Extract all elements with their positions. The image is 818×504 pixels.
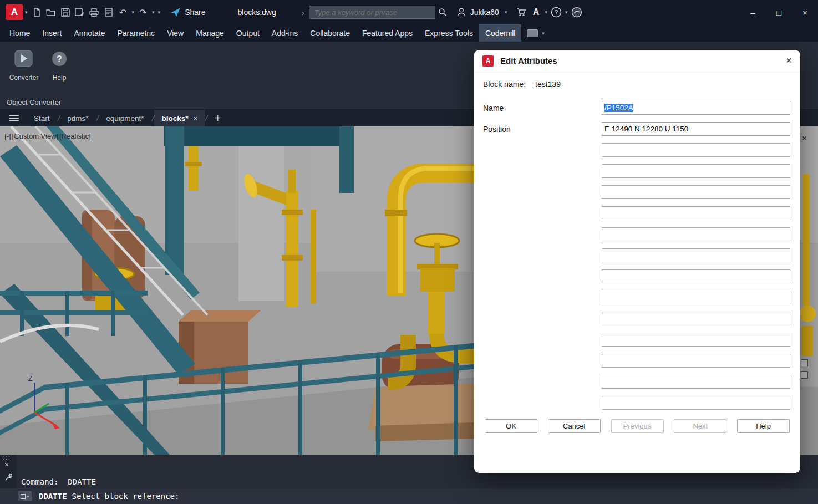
attribute-input-empty[interactable] — [602, 185, 790, 199]
attribute-input-empty[interactable] — [602, 333, 790, 347]
file-tab-pdms[interactable]: pdms* — [60, 110, 95, 126]
user-caret-icon[interactable]: ▾ — [503, 9, 509, 15]
infocenter-arrow-icon[interactable]: › — [302, 8, 304, 17]
svg-text:Z: Z — [28, 375, 32, 383]
attribute-input-empty[interactable] — [602, 269, 790, 283]
attribute-input-empty[interactable] — [602, 227, 790, 241]
tab-output[interactable]: Output — [230, 24, 266, 42]
title-bar: A ▾ ↶ ▾ ↷ ▾ ▾ Share blocks.dwg › Jukka60… — [0, 0, 818, 24]
menu-icon[interactable] — [9, 115, 19, 121]
document-title: blocks.dwg — [237, 8, 276, 17]
search-input[interactable] — [313, 8, 431, 17]
app-menu-caret-icon[interactable]: ▾ — [23, 9, 29, 15]
tab-home[interactable]: Home — [3, 24, 36, 42]
tab-featured-apps[interactable]: Featured Apps — [356, 24, 419, 42]
minimize-button[interactable]: – — [740, 0, 766, 24]
attribute-input-empty[interactable] — [602, 375, 790, 389]
ribbon-display-toggle[interactable]: ▾ — [527, 24, 546, 42]
attribute-input-empty[interactable] — [602, 396, 790, 410]
previous-button[interactable]: Previous — [611, 419, 664, 433]
ribbon-help-button[interactable]: ? Help — [42, 48, 77, 82]
command-prompt-icon[interactable]: ▾ — [18, 491, 32, 501]
autodesk-account-icon[interactable] — [570, 5, 584, 19]
dialog-title-bar[interactable]: A Edit Attributes × — [474, 50, 800, 72]
search-icon[interactable] — [435, 5, 450, 19]
svg-text:?: ? — [57, 54, 62, 64]
tab-view[interactable]: View — [161, 24, 190, 42]
ok-button[interactable]: OK — [485, 419, 537, 433]
search-box[interactable] — [309, 6, 435, 19]
block-name-value: test139 — [535, 80, 561, 89]
dialog-close-icon[interactable]: × — [786, 55, 792, 67]
attribute-input-empty[interactable] — [602, 312, 790, 325]
autodesk-app-icon[interactable]: A — [529, 5, 543, 19]
viewport-view-control[interactable]: [Custom View] — [12, 132, 59, 140]
attribute-input-empty[interactable] — [602, 206, 790, 220]
drag-grip-icon[interactable] — [2, 456, 11, 460]
file-tab-blocks[interactable]: blocks* × — [154, 110, 205, 126]
viewport-menu-control[interactable]: [-] — [4, 132, 11, 140]
ribbon-panel-title: Object Converter — [7, 98, 61, 106]
close-button[interactable]: × — [792, 0, 818, 24]
tab-insert[interactable]: Insert — [36, 24, 68, 42]
account-menu[interactable]: Jukka60 ▾ — [456, 7, 509, 17]
tab-manage[interactable]: Manage — [190, 24, 230, 42]
new-file-icon[interactable] — [29, 5, 44, 19]
tab-annotate[interactable]: Annotate — [68, 24, 111, 42]
print-preview-icon[interactable] — [101, 5, 116, 19]
attribute-input-empty[interactable] — [602, 143, 790, 157]
tab-parametric[interactable]: Parametric — [111, 24, 161, 42]
help-icon[interactable]: ? — [549, 5, 563, 19]
cart-icon[interactable] — [514, 5, 529, 19]
name-input-selected-text: /P1502A — [604, 104, 633, 112]
plot-icon[interactable] — [87, 5, 101, 19]
attribute-input-empty[interactable] — [602, 354, 790, 368]
command-input-row[interactable]: ▾ DDATTE Select block reference: — [0, 488, 818, 504]
attribute-input-empty[interactable] — [602, 164, 790, 178]
save-icon[interactable] — [58, 5, 73, 19]
command-caret-icon: ▾ — [27, 494, 29, 499]
file-tab-equipment[interactable]: equipment* — [99, 110, 151, 126]
navbar-tool-icon[interactable] — [801, 359, 808, 366]
attribute-input-empty[interactable] — [602, 291, 790, 304]
tab-collaborate[interactable]: Collaborate — [304, 24, 356, 42]
help-caret-icon[interactable]: ▾ — [563, 9, 570, 15]
converter-label: Converter — [9, 74, 39, 82]
undo-icon[interactable]: ↶ — [116, 5, 130, 19]
position-field-label: Position — [483, 125, 511, 134]
save-as-icon[interactable] — [73, 5, 87, 19]
file-tab-close-icon[interactable]: × — [193, 114, 197, 123]
next-button[interactable]: Next — [674, 419, 726, 433]
qat-customize-caret-icon[interactable]: ▾ — [156, 9, 162, 15]
name-input[interactable]: /P1502A — [602, 101, 790, 115]
position-input[interactable] — [602, 122, 790, 136]
command-panel-close-icon[interactable]: × — [4, 460, 9, 469]
autodesk-app-caret-icon[interactable]: ▾ — [543, 9, 549, 15]
new-file-tab-button[interactable]: + — [208, 112, 228, 125]
help-button[interactable]: Help — [737, 419, 790, 433]
undo-caret-icon[interactable]: ▾ — [130, 9, 136, 15]
maximize-button[interactable]: □ — [766, 0, 792, 24]
share-label: Share — [185, 8, 205, 17]
navbar-tool-icon[interactable] — [801, 371, 808, 379]
file-tab-start[interactable]: Start — [27, 110, 57, 126]
share-plane-icon — [171, 8, 181, 17]
svg-text:?: ? — [555, 9, 558, 16]
open-file-icon[interactable] — [44, 5, 58, 19]
tab-express-tools[interactable]: Express Tools — [419, 24, 479, 42]
viewport-panel-close-icon[interactable]: × — [802, 133, 807, 142]
command-prompt-text: Select block reference: — [72, 492, 180, 501]
tab-add-ins[interactable]: Add-ins — [266, 24, 304, 42]
tab-codemill[interactable]: Codemill — [479, 24, 521, 42]
autocad-dialog-icon: A — [482, 55, 494, 67]
redo-caret-icon[interactable]: ▾ — [150, 9, 156, 15]
autocad-logo-icon[interactable]: A — [6, 4, 23, 20]
converter-button[interactable]: Converter — [7, 48, 41, 82]
cancel-button[interactable]: Cancel — [548, 419, 601, 433]
wrench-icon[interactable] — [4, 473, 12, 483]
attribute-input-empty[interactable] — [602, 248, 790, 262]
ribbon-toggle-caret-icon: ▾ — [540, 30, 546, 36]
viewport-style-control[interactable]: [Realistic] — [59, 132, 90, 140]
share-button[interactable]: Share — [171, 8, 205, 17]
redo-icon[interactable]: ↷ — [136, 5, 150, 19]
